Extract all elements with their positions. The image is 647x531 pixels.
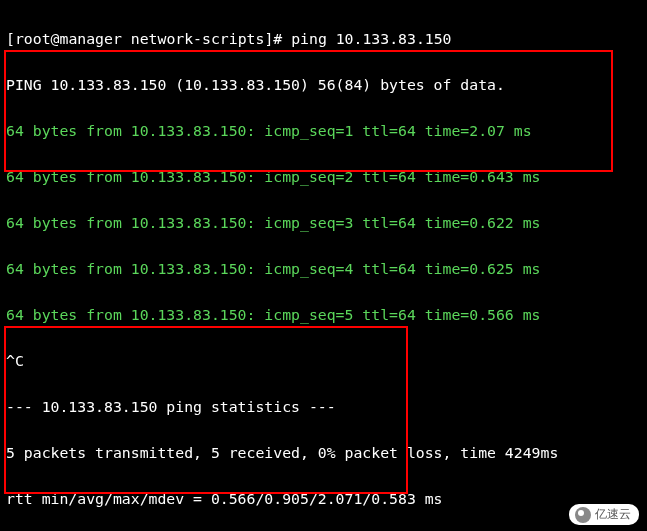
watermark-logo-icon [575,507,591,523]
ping-reply: 64 bytes from 10.133.83.150: icmp_seq=2 … [6,165,641,188]
ping-reply: 64 bytes from 10.133.83.150: icmp_seq=4 … [6,257,641,280]
ping-interrupt: ^C [6,349,641,372]
ping-reply: 64 bytes from 10.133.83.150: icmp_seq=1 … [6,119,641,142]
watermark-badge: 亿速云 [569,504,639,525]
prompt-user: root [15,30,51,47]
ping-stats-line: 5 packets transmitted, 5 received, 0% pa… [6,441,641,464]
ping-stats-header: --- 10.133.83.150 ping statistics --- [6,395,641,418]
prompt-line-1: [root@manager network-scripts]# ping 10.… [6,27,641,50]
ping-stats-line: rtt min/avg/max/mdev = 0.566/0.905/2.071… [6,487,641,510]
prompt-cwd: network-scripts [131,30,265,47]
prompt-host: manager [59,30,121,47]
ping-reply: 64 bytes from 10.133.83.150: icmp_seq=5 … [6,303,641,326]
prompt-suffix: # [273,30,282,47]
terminal-output[interactable]: [root@manager network-scripts]# ping 10.… [0,0,647,531]
ping-header: PING 10.133.83.150 (10.133.83.150) 56(84… [6,73,641,96]
watermark-text: 亿速云 [595,506,631,523]
highlight-box-ping [4,50,613,172]
command-ping: ping 10.133.83.150 [291,30,451,47]
ping-reply: 64 bytes from 10.133.83.150: icmp_seq=3 … [6,211,641,234]
